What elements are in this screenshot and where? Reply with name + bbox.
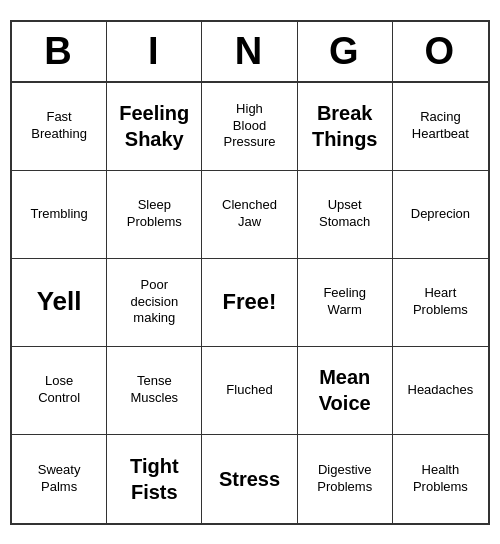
bingo-cell-0: FastBreathing: [12, 83, 107, 171]
bingo-cell-10: Yell: [12, 259, 107, 347]
bingo-cell-21: TightFists: [107, 435, 202, 523]
cell-label: FeelingShaky: [119, 100, 189, 152]
cell-label: TenseMuscles: [130, 373, 178, 407]
bingo-cell-13: FeelingWarm: [298, 259, 393, 347]
bingo-card: BINGO FastBreathingFeelingShakyHighBlood…: [10, 20, 490, 525]
bingo-cell-14: HeartProblems: [393, 259, 488, 347]
cell-label: HighBloodPressure: [223, 101, 275, 152]
bingo-cell-22: Stress: [202, 435, 297, 523]
cell-label: DigestiveProblems: [317, 462, 372, 496]
header-letter-n: N: [202, 22, 297, 81]
cell-label: MeanVoice: [319, 364, 371, 416]
bingo-cell-19: Headaches: [393, 347, 488, 435]
bingo-cell-5: Trembling: [12, 171, 107, 259]
cell-label: SleepProblems: [127, 197, 182, 231]
bingo-cell-11: Poordecisionmaking: [107, 259, 202, 347]
bingo-cell-7: ClenchedJaw: [202, 171, 297, 259]
bingo-cell-6: SleepProblems: [107, 171, 202, 259]
cell-label: BreakThings: [312, 100, 378, 152]
bingo-cell-4: RacingHeartbeat: [393, 83, 488, 171]
cell-label: UpsetStomach: [319, 197, 370, 231]
header-letter-g: G: [298, 22, 393, 81]
bingo-cell-24: HealthProblems: [393, 435, 488, 523]
cell-label: Fluched: [226, 382, 272, 399]
cell-label: FastBreathing: [31, 109, 87, 143]
bingo-cell-1: FeelingShaky: [107, 83, 202, 171]
bingo-header: BINGO: [12, 22, 488, 83]
cell-label: Poordecisionmaking: [130, 277, 178, 328]
cell-label: Headaches: [408, 382, 474, 399]
header-letter-i: I: [107, 22, 202, 81]
bingo-cell-12: Free!: [202, 259, 297, 347]
header-letter-b: B: [12, 22, 107, 81]
bingo-cell-3: BreakThings: [298, 83, 393, 171]
bingo-cell-17: Fluched: [202, 347, 297, 435]
bingo-cell-23: DigestiveProblems: [298, 435, 393, 523]
cell-label: Free!: [223, 288, 277, 317]
cell-label: Trembling: [30, 206, 87, 223]
bingo-cell-15: LoseControl: [12, 347, 107, 435]
bingo-cell-16: TenseMuscles: [107, 347, 202, 435]
bingo-cell-2: HighBloodPressure: [202, 83, 297, 171]
cell-label: ClenchedJaw: [222, 197, 277, 231]
cell-label: HealthProblems: [413, 462, 468, 496]
cell-label: TightFists: [130, 453, 179, 505]
header-letter-o: O: [393, 22, 488, 81]
cell-label: LoseControl: [38, 373, 80, 407]
bingo-cell-18: MeanVoice: [298, 347, 393, 435]
cell-label: Stress: [219, 466, 280, 492]
bingo-cell-9: Deprecion: [393, 171, 488, 259]
cell-label: FeelingWarm: [323, 285, 366, 319]
cell-label: Deprecion: [411, 206, 470, 223]
cell-label: Yell: [37, 285, 82, 319]
bingo-cell-8: UpsetStomach: [298, 171, 393, 259]
cell-label: RacingHeartbeat: [412, 109, 469, 143]
cell-label: HeartProblems: [413, 285, 468, 319]
cell-label: SweatyPalms: [38, 462, 81, 496]
bingo-cell-20: SweatyPalms: [12, 435, 107, 523]
bingo-grid: FastBreathingFeelingShakyHighBloodPressu…: [12, 83, 488, 523]
